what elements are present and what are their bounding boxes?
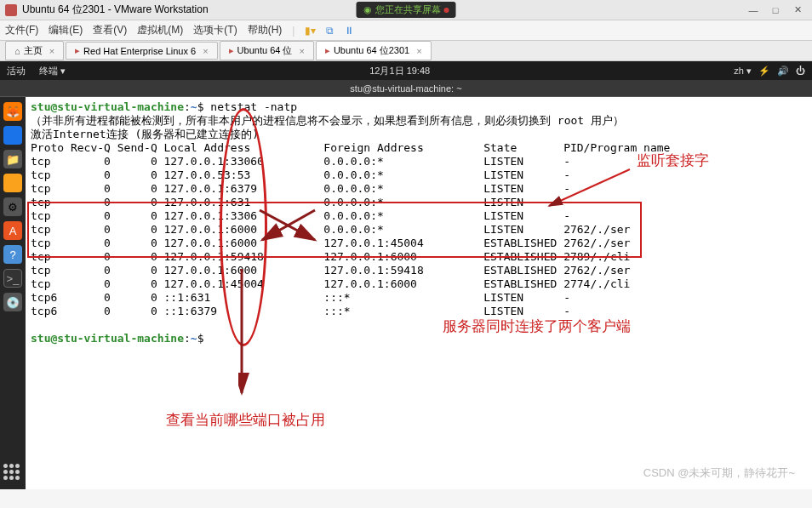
network-icon[interactable]: ⚡ xyxy=(758,66,770,77)
dock-app-icon[interactable] xyxy=(3,126,22,145)
terminal-tab-title: stu@stu-virtual-machine: ~ xyxy=(0,80,812,97)
tab-home[interactable]: ⌂主页× xyxy=(5,41,64,60)
activities-button[interactable]: 活动 xyxy=(0,65,32,77)
ubuntu-top-bar: 活动 终端 ▾ 12月1日 19:48 zh ▾ ⚡ 🔊 ⏻ xyxy=(0,61,812,80)
dock-terminal-icon[interactable]: >_ xyxy=(3,269,22,288)
app-icon xyxy=(5,4,17,16)
clock: 12月1日 19:48 xyxy=(72,65,727,77)
netstat-table: Proto Recv-Q Send-Q Local Address Foreig… xyxy=(31,141,670,317)
output-line: （并非所有进程都能被检测到，所有非本用户的进程信息将不会显示，如果想看到所有信息… xyxy=(31,114,624,127)
tab-ubuntu2[interactable]: ▸Ubuntu 64 位2301× xyxy=(316,41,432,60)
dock-settings-icon[interactable]: ⚙ xyxy=(3,197,22,216)
menu-edit[interactable]: 编辑(E) xyxy=(49,23,83,37)
power-icon[interactable]: ⏻ xyxy=(796,66,805,77)
volume-icon[interactable]: 🔊 xyxy=(777,66,789,77)
tab-ubuntu1[interactable]: ▸Ubuntu 64 位× xyxy=(220,41,314,60)
home-icon: ⌂ xyxy=(14,46,20,56)
lang-icon[interactable]: zh ▾ xyxy=(734,66,752,77)
maximize-button[interactable]: □ xyxy=(766,4,785,16)
terminal-menu[interactable]: 终端 ▾ xyxy=(32,65,72,77)
toolbar-power-icon[interactable]: ▮▾ xyxy=(305,25,316,37)
close-icon[interactable]: × xyxy=(416,46,421,56)
vm-display: 活动 终端 ▾ 12月1日 19:48 zh ▾ ⚡ 🔊 ⏻ stu@stu-v… xyxy=(0,61,812,489)
dock-store-icon[interactable]: A xyxy=(3,221,22,240)
menu-bar: 文件(F) 编辑(E) 查看(V) 虚拟机(M) 选项卡(T) 帮助(H) | … xyxy=(0,20,812,41)
toolbar-suspend-icon[interactable]: ⏸ xyxy=(344,25,354,37)
dock-help-icon[interactable]: ? xyxy=(3,245,22,264)
close-icon[interactable]: × xyxy=(299,46,304,56)
menu-tabs[interactable]: 选项卡(T) xyxy=(193,23,237,37)
menu-file[interactable]: 文件(F) xyxy=(5,23,38,37)
menu-vm[interactable]: 虚拟机(M) xyxy=(137,23,183,37)
dock-app2-icon[interactable] xyxy=(3,174,22,192)
terminal-output[interactable]: stu@stu-virtual-machine:~$ netstat -natp… xyxy=(26,97,812,489)
toolbar-snapshot-icon[interactable]: ⧉ xyxy=(326,25,334,37)
close-icon[interactable]: × xyxy=(49,46,54,56)
tab-bar: ⌂主页× ▸Red Hat Enterprise Linux 6× ▸Ubunt… xyxy=(0,41,812,61)
window-controls: — □ ✕ xyxy=(744,4,807,16)
dock-apps-grid-icon[interactable] xyxy=(3,464,22,482)
dock-disk-icon[interactable]: 💿 xyxy=(3,293,22,311)
menu-view[interactable]: 查看(V) xyxy=(93,23,127,37)
menu-help[interactable]: 帮助(H) xyxy=(248,23,283,37)
dock-files-icon[interactable]: 📁 xyxy=(3,150,22,168)
ubuntu-dock: 🦊 📁 ⚙ A ? >_ 💿 xyxy=(0,97,26,489)
close-button[interactable]: ✕ xyxy=(788,4,807,16)
watermark: CSDN @未来可期，静待花开~ xyxy=(643,465,795,481)
window-titlebar: Ubuntu 64 位2301 - VMware Workstation ◉您正… xyxy=(0,0,812,20)
tab-rhel[interactable]: ▸Red Hat Enterprise Linux 6× xyxy=(66,42,218,60)
minimize-button[interactable]: — xyxy=(744,4,763,16)
command-text: netstat -natp xyxy=(210,100,297,113)
screen-share-banner: ◉您正在共享屏幕 xyxy=(357,2,456,18)
output-line: 激活Internet连接 (服务器和已建立连接的) xyxy=(31,128,259,140)
close-icon[interactable]: × xyxy=(203,46,208,56)
dock-firefox-icon[interactable]: 🦊 xyxy=(3,102,22,121)
